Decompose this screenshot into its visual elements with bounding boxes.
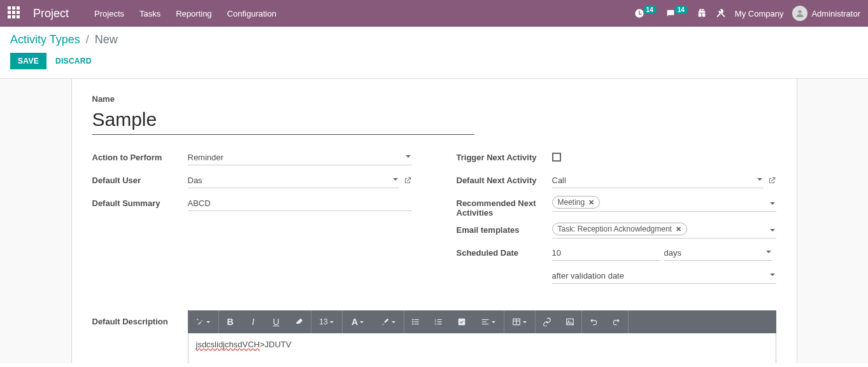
tag-label: Meeting (558, 198, 585, 207)
messages-indicator[interactable]: 14 (665, 8, 688, 18)
table-icon (512, 317, 521, 326)
breadcrumb: Activity Types / New (10, 33, 858, 46)
tb-image-button[interactable] (559, 310, 581, 333)
image-icon (566, 317, 574, 326)
chevron-down-icon[interactable] (770, 229, 775, 232)
check-square-icon (457, 317, 466, 326)
apps-icon[interactable] (8, 6, 22, 20)
scheduled-after-select[interactable] (552, 268, 776, 284)
chevron-down-icon[interactable] (766, 251, 771, 253)
tb-font-size-button[interactable]: 13 (311, 310, 342, 333)
form-grid: Action to Perform Default User (92, 150, 776, 291)
tag-remove-icon[interactable]: ✕ (588, 198, 594, 207)
topbar-right: 14 14 My Company Administrator (634, 6, 860, 21)
default-summary-label: Default Summary (92, 196, 188, 208)
default-next-select[interactable] (552, 173, 764, 188)
tb-underline-button[interactable]: U (265, 310, 288, 333)
svg-rect-15 (482, 321, 487, 322)
default-user-select[interactable] (188, 173, 399, 188)
font-size-value: 13 (319, 317, 327, 326)
name-input[interactable] (92, 106, 474, 135)
tb-font-color-button[interactable]: A (343, 310, 373, 333)
tb-clear-format-button[interactable] (288, 310, 311, 333)
name-label: Name (92, 94, 776, 104)
tb-table-button[interactable] (504, 310, 535, 333)
menu-tasks[interactable]: Tasks (139, 9, 160, 18)
save-button[interactable]: SAVE (10, 53, 46, 69)
undo-icon (589, 317, 598, 326)
breadcrumb-separator: / (86, 33, 89, 46)
tb-redo-button[interactable] (605, 310, 628, 333)
tb-ol-button[interactable]: 123 (427, 310, 450, 333)
gift-icon[interactable] (697, 8, 707, 18)
trigger-next-label: Trigger Next Activity (457, 150, 552, 162)
chevron-down-icon[interactable] (757, 178, 762, 181)
action-to-perform-label: Action to Perform (92, 150, 188, 162)
menu-projects[interactable]: Projects (94, 9, 124, 18)
tb-bg-color-button[interactable] (373, 310, 404, 333)
default-next-label: Default Next Activity (457, 173, 552, 185)
action-to-perform-input[interactable] (188, 150, 412, 165)
breadcrumb-root[interactable]: Activity Types (10, 33, 80, 46)
tools-icon[interactable] (716, 8, 726, 18)
link-icon (543, 317, 551, 326)
tb-undo-button[interactable] (582, 310, 605, 333)
tb-checklist-button[interactable] (450, 310, 473, 333)
trigger-next-checkbox[interactable] (552, 153, 561, 162)
tb-italic-button[interactable]: I (242, 310, 265, 333)
description-section: Default Description B I U (92, 310, 776, 363)
tag-email-template: Task: Reception Acknowledgment ✕ (552, 223, 687, 235)
list-ol-icon: 123 (434, 317, 443, 326)
tag-remove-icon[interactable]: ✕ (676, 225, 681, 233)
external-link-icon[interactable] (403, 176, 412, 185)
external-link-icon[interactable] (767, 176, 776, 185)
recommended-label: Recommended Next Activities (457, 196, 552, 218)
menu-reporting[interactable]: Reporting (176, 9, 211, 18)
top-menu: Projects Tasks Reporting Configuration (94, 9, 276, 18)
chevron-down-icon[interactable] (393, 178, 398, 181)
tb-bold-button[interactable]: B (219, 310, 242, 333)
scheduled-after-input[interactable] (552, 268, 776, 283)
editor-body[interactable]: jsdcslidjchsdVCH>JDUTV (188, 333, 776, 363)
email-templates-label: Email templates (457, 223, 552, 235)
discard-button[interactable]: DISCARD (55, 57, 92, 66)
default-user-input[interactable] (188, 173, 399, 188)
chevron-down-icon[interactable] (406, 155, 411, 158)
svg-point-5 (412, 323, 413, 324)
user-name: Administrator (811, 9, 860, 18)
editor-text-misspelled: jsdcslidjchsdVCH (196, 340, 260, 349)
scheduled-number-input[interactable] (552, 246, 660, 261)
tb-style-button[interactable] (188, 310, 218, 333)
editor-text: >JDUTV (260, 340, 291, 349)
email-templates-tags[interactable]: Task: Reception Acknowledgment ✕ (552, 223, 776, 239)
paint-brush-icon (381, 317, 390, 326)
svg-rect-4 (414, 321, 418, 322)
chevron-down-icon[interactable] (770, 202, 775, 205)
redo-icon (612, 317, 621, 326)
form-scroll-area[interactable]: Name Action to Perform Default User (0, 79, 868, 363)
svg-rect-2 (414, 319, 418, 320)
recommended-tags[interactable]: Meeting ✕ (552, 196, 776, 212)
tb-align-button[interactable] (473, 310, 504, 333)
default-next-input[interactable] (552, 173, 764, 188)
menu-configuration[interactable]: Configuration (227, 9, 276, 18)
topbar: Project Projects Tasks Reporting Configu… (0, 0, 868, 27)
control-panel: Activity Types / New SAVE DISCARD (0, 27, 868, 79)
action-to-perform-select[interactable] (188, 150, 412, 165)
messages-badge: 14 (674, 6, 688, 14)
tb-ul-button[interactable] (404, 310, 427, 333)
activity-indicator[interactable]: 14 (634, 8, 657, 18)
user-menu[interactable]: Administrator (792, 6, 860, 21)
tb-link-button[interactable] (536, 310, 559, 333)
activity-badge: 14 (643, 6, 657, 14)
default-user-label: Default User (92, 173, 188, 185)
company-selector[interactable]: My Company (735, 9, 784, 18)
brand[interactable]: Project (33, 7, 69, 20)
svg-rect-16 (482, 324, 489, 324)
scheduled-unit-input[interactable] (664, 246, 772, 260)
chevron-down-icon[interactable] (770, 274, 775, 276)
left-column: Action to Perform Default User (92, 150, 412, 291)
svg-text:3: 3 (434, 322, 436, 326)
scheduled-unit-select[interactable] (664, 246, 772, 261)
default-summary-input[interactable] (188, 196, 412, 211)
